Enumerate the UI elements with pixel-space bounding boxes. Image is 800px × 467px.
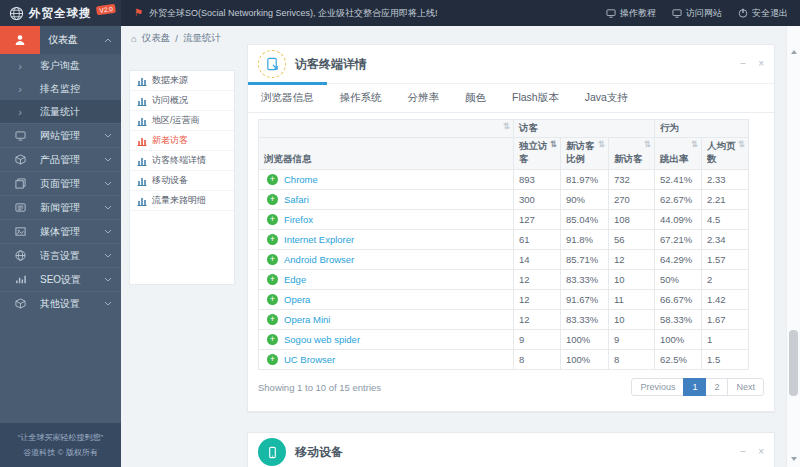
column-header-bounce-rate[interactable]: ⇅跳出率 bbox=[655, 138, 702, 170]
report-menu-item-mobile-devices[interactable]: 移动设备 bbox=[130, 171, 234, 191]
sub-arrow-icon: › bbox=[0, 83, 40, 95]
expand-plus-icon[interactable]: + bbox=[267, 334, 278, 345]
report-menu-item-data-source[interactable]: 数据来源 bbox=[130, 71, 234, 91]
expand-plus-icon[interactable]: + bbox=[267, 254, 278, 265]
sidebar-item-seo-settings[interactable]: SEO设置 bbox=[0, 267, 121, 291]
browser-link[interactable]: Opera bbox=[284, 294, 310, 305]
tab-operating-system[interactable]: 操作系统 bbox=[327, 84, 395, 112]
cell-unique-visitors: 12 bbox=[514, 310, 561, 330]
report-menu-item-new-old-visitors[interactable]: 新老访客 bbox=[130, 131, 234, 151]
browser-cell: +Opera bbox=[259, 290, 514, 310]
table-row: +Chrome 893 81.97% 732 52.41% 2.33 bbox=[259, 170, 749, 190]
column-header-new-visitors[interactable]: ⇅新访客 bbox=[609, 138, 655, 170]
sidebar-item-dashboard[interactable]: 仪表盘 bbox=[0, 26, 121, 54]
browser-cell: +Safari bbox=[259, 190, 514, 210]
report-menu-item-traffic-source[interactable]: 流量来路明细 bbox=[130, 191, 234, 211]
cell-new-visitor-ratio: 100% bbox=[561, 350, 609, 370]
expand-plus-icon[interactable]: + bbox=[267, 194, 278, 205]
cell-unique-visitors: 12 bbox=[514, 270, 561, 290]
topbar-action-tutorial[interactable]: 操作教程 bbox=[606, 7, 656, 20]
close-icon[interactable]: × bbox=[758, 447, 764, 457]
cell-new-visitors: 10 bbox=[609, 270, 655, 290]
scroll-down-arrow-icon[interactable] bbox=[791, 457, 797, 461]
topbar-action-visit-site[interactable]: 访问网站 bbox=[672, 7, 722, 20]
tab-resolution[interactable]: 分辨率 bbox=[395, 84, 453, 112]
sort-icon[interactable]: ⇅ bbox=[738, 140, 745, 149]
cell-new-visitors: 9 bbox=[609, 330, 655, 350]
expand-plus-icon[interactable]: + bbox=[267, 314, 278, 325]
sidebar-item-website-mgmt[interactable]: 网站管理 bbox=[0, 123, 121, 147]
report-menu-item-region-operator[interactable]: 地区/运营商 bbox=[130, 111, 234, 131]
minimize-icon[interactable]: − bbox=[740, 59, 746, 69]
user-icon bbox=[14, 34, 26, 46]
report-menu-item-visitor-terminal[interactable]: 访客终端详情 bbox=[130, 151, 234, 171]
browser-link[interactable]: Android Browser bbox=[284, 254, 354, 265]
topbar-action-logout[interactable]: 安全退出 bbox=[738, 7, 788, 20]
expand-plus-icon[interactable]: + bbox=[267, 294, 278, 305]
tab-flash-version[interactable]: Flash版本 bbox=[499, 84, 572, 112]
expand-plus-icon[interactable]: + bbox=[267, 354, 278, 365]
sort-icon[interactable]: ⇅ bbox=[550, 140, 557, 149]
breadcrumb-home[interactable]: 仪表盘 bbox=[142, 32, 171, 45]
column-header-unique-visitors[interactable]: ⇅独立访客 bbox=[514, 138, 561, 170]
browser-link[interactable]: Opera Mini bbox=[284, 314, 330, 325]
column-header-browser-info[interactable]: 浏览器信息 bbox=[259, 138, 514, 170]
sidebar-item-news-mgmt[interactable]: 新闻管理 bbox=[0, 195, 121, 219]
browser-link[interactable]: Chrome bbox=[284, 174, 318, 185]
cell-new-visitor-ratio: 83.33% bbox=[561, 310, 609, 330]
column-header-pages-per-visit[interactable]: ⇅人均页数 bbox=[702, 138, 749, 170]
browser-link[interactable]: UC Browser bbox=[284, 354, 335, 365]
cell-unique-visitors: 127 bbox=[514, 210, 561, 230]
cell-new-visitors: 10 bbox=[609, 310, 655, 330]
chevron-down-icon bbox=[104, 181, 112, 186]
column-header-new-visitor-ratio[interactable]: ⇅新访客比例 bbox=[561, 138, 609, 170]
sort-icon[interactable]: ⇅ bbox=[644, 140, 651, 149]
chevron-up-icon bbox=[104, 38, 112, 43]
group-header-visitor: 访客 bbox=[514, 120, 655, 138]
close-icon[interactable]: × bbox=[758, 59, 764, 69]
monitor-icon bbox=[15, 131, 26, 141]
tab-java-support[interactable]: Java支持 bbox=[572, 84, 641, 112]
cell-pages-per-visit: 1 bbox=[702, 330, 749, 350]
browser-link[interactable]: Sogou web spider bbox=[284, 334, 360, 345]
vertical-scrollbar[interactable] bbox=[786, 26, 800, 467]
browser-link[interactable]: Internet Explorer bbox=[284, 234, 354, 245]
expand-plus-icon[interactable]: + bbox=[267, 234, 278, 245]
expand-plus-icon[interactable]: + bbox=[267, 274, 278, 285]
browser-link[interactable]: Firefox bbox=[284, 214, 313, 225]
main-content: ⌂ 仪表盘 / 流量统计 数据来源 访问概况 地区/运营商 新老访客 bbox=[121, 26, 786, 467]
sidebar-item-traffic-stats[interactable]: › 流量统计 bbox=[0, 100, 121, 123]
tab-color[interactable]: 颜色 bbox=[452, 84, 499, 112]
pagination-page-2[interactable]: 2 bbox=[705, 378, 728, 396]
sidebar-item-media-mgmt[interactable]: 媒体管理 bbox=[0, 219, 121, 243]
minimize-icon[interactable]: − bbox=[740, 447, 746, 457]
cell-bounce-rate: 58.33% bbox=[655, 310, 702, 330]
cell-new-visitor-ratio: 100% bbox=[561, 330, 609, 350]
flag-icon: ⚑ bbox=[134, 8, 143, 18]
bar-chart-icon bbox=[137, 96, 147, 106]
cell-pages-per-visit: 2 bbox=[702, 270, 749, 290]
sort-icon[interactable]: ⇅ bbox=[691, 140, 698, 149]
expand-plus-icon[interactable]: + bbox=[267, 214, 278, 225]
sidebar-item-product-mgmt[interactable]: 产品管理 bbox=[0, 147, 121, 171]
sort-icon[interactable]: ⇅ bbox=[503, 122, 510, 131]
expand-plus-icon[interactable]: + bbox=[267, 174, 278, 185]
pagination-previous[interactable]: Previous bbox=[631, 378, 684, 396]
sidebar-item-other-settings[interactable]: 其他设置 bbox=[0, 291, 121, 315]
pagination-next[interactable]: Next bbox=[727, 378, 764, 396]
browser-link[interactable]: Edge bbox=[284, 274, 306, 285]
sort-icon[interactable]: ⇅ bbox=[598, 140, 605, 149]
sidebar-item-ranking-monitor[interactable]: › 排名监控 bbox=[0, 77, 121, 100]
scroll-up-arrow-icon[interactable] bbox=[791, 50, 797, 54]
announcement-text: 外贸全球SO(Social Networking Serivces), 企业级社… bbox=[149, 7, 438, 20]
scrollbar-thumb[interactable] bbox=[789, 330, 798, 396]
pagination-page-1[interactable]: 1 bbox=[683, 378, 706, 396]
tab-browser-info[interactable]: 浏览器信息 bbox=[248, 84, 327, 112]
browser-link[interactable]: Safari bbox=[284, 194, 309, 205]
app-logo[interactable]: 外贸全球搜 V2.0 bbox=[0, 0, 121, 26]
sidebar-item-customer-inquiry[interactable]: › 客户询盘 bbox=[0, 54, 121, 77]
browser-cell: +Internet Explorer bbox=[259, 230, 514, 250]
report-menu-item-visit-overview[interactable]: 访问概况 bbox=[130, 91, 234, 111]
sidebar-item-page-mgmt[interactable]: 页面管理 bbox=[0, 171, 121, 195]
sidebar-item-language-settings[interactable]: 语言设置 bbox=[0, 243, 121, 267]
